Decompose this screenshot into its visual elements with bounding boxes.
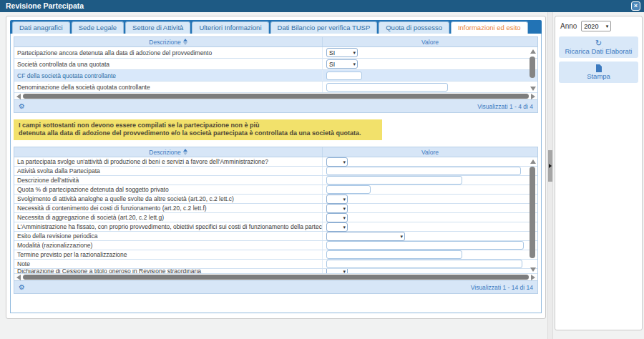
scroll-down-icon[interactable] <box>530 87 536 91</box>
tab-dati-bilancio-per-verifica-tusp[interactable]: Dati Bilancio per verifica TUSP <box>270 21 378 34</box>
grid1-row[interactable]: Società controllata da una quotataSI▾ <box>14 59 537 70</box>
sort-icon <box>183 39 187 45</box>
scrollbar-thumb[interactable] <box>530 56 535 78</box>
anno-select[interactable]: 2020 ▾ <box>581 21 611 31</box>
row-select[interactable]: ▾ <box>326 195 348 204</box>
tab-ulteriori-informazioni[interactable]: Ulteriori Informazioni <box>192 21 268 34</box>
splitter-handle[interactable] <box>548 150 552 182</box>
grid2-records-count: Visualizzati 1 - 14 di 14 <box>471 284 533 291</box>
grid2-col-descrizione-label: Descrizione <box>149 149 180 156</box>
row-label: Attività svolta dalla Partecipata <box>14 167 323 175</box>
chevron-down-icon: ▾ <box>343 225 346 230</box>
scroll-right-icon[interactable] <box>531 94 535 99</box>
grid1-row[interactable]: Denominazione della società quotata cont… <box>14 82 537 93</box>
sort-icon <box>183 149 187 155</box>
tab-dati-anagrafici[interactable]: Dati anagrafici <box>12 21 70 34</box>
grid2-row[interactable]: L'Amministrazione ha fissato, con propri… <box>14 222 537 232</box>
chevron-down-icon: ▾ <box>343 197 346 202</box>
grid2-rows: La partecipata svolge un'attività di pro… <box>14 157 537 274</box>
grid1-row[interactable]: CF della società quotata controllante <box>14 70 537 82</box>
grid1-col-descrizione[interactable]: Descrizione <box>14 37 323 46</box>
grid1-horizontal-scrollbar[interactable] <box>14 93 537 100</box>
grid2-row[interactable]: Note <box>14 260 537 269</box>
grid2-horizontal-scrollbar[interactable] <box>14 274 537 281</box>
grid2-vertical-scrollbar[interactable] <box>529 158 537 273</box>
refresh-icon: ↻ <box>560 39 637 47</box>
document-icon <box>560 64 637 72</box>
grid2-row[interactable]: Attività svolta dalla Partecipata <box>14 167 537 176</box>
scroll-left-icon[interactable] <box>16 94 21 99</box>
stampa-label: Stampa <box>560 72 637 80</box>
grid2-row[interactable]: Quota % di partecipazione detenuta dal s… <box>14 185 537 195</box>
grid1-footer: ⚙ Visualizzati 1 - 4 di 4 <box>14 100 537 112</box>
scroll-right-icon[interactable] <box>531 275 535 280</box>
grid1-header: Descrizione Valore <box>14 37 537 47</box>
row-value-cell <box>323 241 537 250</box>
grid2-row[interactable]: Dichiarazione di Cessione a titolo onero… <box>14 269 537 274</box>
grid1-col-valore: Valore <box>323 39 537 46</box>
row-value-cell: SI▾ <box>323 48 537 57</box>
grid2-row[interactable]: Necessita di aggregazione di società (ar… <box>14 213 537 222</box>
chevron-down-icon: ▾ <box>606 24 609 29</box>
row-value-cell <box>323 167 537 175</box>
ricarica-dati-button[interactable]: ↻ Ricarica Dati Elaborati <box>559 36 638 58</box>
anno-label: Anno <box>560 22 577 30</box>
chevron-down-icon: ▾ <box>400 234 403 239</box>
tab-quota-di-possesso[interactable]: Quota di possesso <box>379 21 449 34</box>
row-select[interactable]: SI▾ <box>326 59 358 69</box>
grid2-row[interactable]: Descrizione dell'attività <box>14 176 537 185</box>
row-label: Necessita di aggregazione di società (ar… <box>14 213 323 222</box>
row-label: Dichiarazione di Cessione a titolo onero… <box>14 269 323 273</box>
scroll-left-icon[interactable] <box>16 275 21 280</box>
row-input[interactable] <box>326 72 362 80</box>
row-select[interactable]: ▾ <box>326 213 348 222</box>
grid2-row[interactable]: Termine previsto per la razionalizzazion… <box>14 250 537 260</box>
row-input[interactable] <box>326 250 462 259</box>
tab-informazioni-ed-esito[interactable]: Informazioni ed esito <box>451 21 528 34</box>
row-input[interactable] <box>326 167 521 175</box>
grid1-vertical-scrollbar[interactable] <box>529 48 537 92</box>
grid2-col-valore: Valore <box>323 149 537 156</box>
row-select[interactable]: SI▾ <box>326 48 358 57</box>
row-input[interactable] <box>326 83 448 92</box>
row-select[interactable]: ▾ <box>326 204 348 213</box>
grid2-row[interactable]: Necessità di contenimento dei costi di f… <box>14 204 537 213</box>
row-select[interactable]: ▾ <box>326 222 348 232</box>
grid2-row[interactable]: Svolgimento di attività analoghe a quell… <box>14 195 537 204</box>
tab-sede-legale[interactable]: Sede Legale <box>72 21 124 34</box>
row-input[interactable] <box>326 176 462 185</box>
gear-icon[interactable]: ⚙ <box>19 103 25 110</box>
row-input[interactable] <box>326 260 522 268</box>
grid2-col-descrizione[interactable]: Descrizione <box>14 147 323 157</box>
row-value-cell <box>323 72 537 80</box>
row-select[interactable]: ▾ <box>326 157 348 167</box>
gear-icon[interactable]: ⚙ <box>19 284 25 291</box>
row-select[interactable]: ▾ <box>326 269 348 274</box>
grid2-row[interactable]: Esito della revisione periodica▾ <box>14 232 537 241</box>
row-input[interactable] <box>326 241 524 250</box>
scrollbar-thumb[interactable] <box>530 167 535 258</box>
row-label: La partecipata svolge un'attività di pro… <box>14 157 323 166</box>
chevron-down-icon: ▾ <box>353 50 356 55</box>
scroll-up-icon[interactable] <box>530 49 536 54</box>
scroll-down-icon[interactable] <box>530 267 536 272</box>
scrollbar-thumb[interactable] <box>23 275 529 280</box>
stampa-button[interactable]: Stampa <box>559 62 638 83</box>
row-input[interactable] <box>326 185 371 194</box>
row-value-cell <box>323 250 537 259</box>
warning-line-1: I campi sottostanti non devono essere co… <box>19 122 377 129</box>
tab-settore-di-attivit[interactable]: Settore di Attività <box>125 21 190 34</box>
scroll-up-icon[interactable] <box>530 159 536 164</box>
close-icon[interactable]: × <box>631 1 640 11</box>
row-select[interactable]: ▾ <box>326 232 405 241</box>
grid2-row[interactable]: Modalità (razionalizzazione) <box>14 241 537 250</box>
row-value-cell <box>323 176 537 185</box>
grid1-row[interactable]: Partecipazione ancora detenuta alla data… <box>14 47 537 59</box>
chevron-down-icon: ▾ <box>343 269 346 274</box>
grid2-row[interactable]: La partecipata svolge un'attività di pro… <box>14 157 537 167</box>
chevron-down-icon: ▾ <box>353 62 356 67</box>
row-value-cell: SI▾ <box>323 59 537 69</box>
scrollbar-thumb[interactable] <box>23 94 529 99</box>
chevron-down-icon: ▾ <box>343 159 346 164</box>
row-label: Esito della revisione periodica <box>14 232 323 240</box>
